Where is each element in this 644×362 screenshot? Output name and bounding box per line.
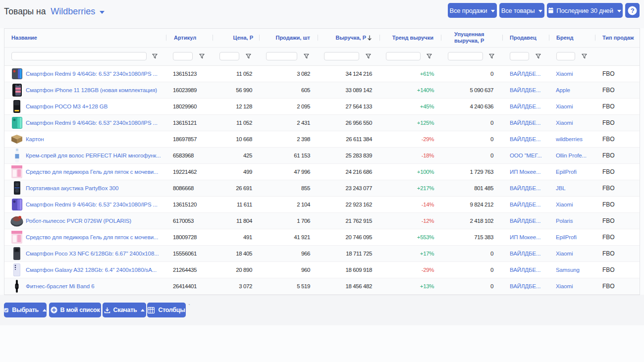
svg-text:?: ?: [631, 7, 635, 14]
